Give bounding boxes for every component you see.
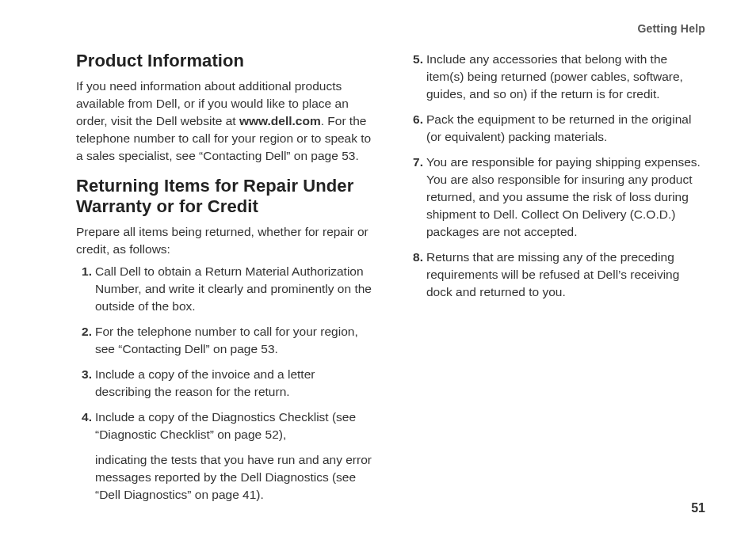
heading-product-information: Product Information <box>76 51 374 71</box>
list-item: Returns that are missing any of the prec… <box>407 249 705 301</box>
step4-continuation: indicating the tests that you have run a… <box>76 451 374 504</box>
list-item: Include a copy of the Diagnostics Checkl… <box>76 409 374 443</box>
list-item: Include any accessories that belong with… <box>407 51 705 103</box>
heading-returning-items: Returning Items for Repair Under Warrant… <box>76 176 374 217</box>
list-item: Pack the equipment to be returned in the… <box>407 111 705 146</box>
list-item: Include a copy of the invoice and a lett… <box>76 366 374 401</box>
returning-intro: Prepare all items being returned, whethe… <box>76 223 374 258</box>
product-info-paragraph: If you need information about additional… <box>76 78 374 165</box>
steps-list-part1: Call Dell to obtain a Return Material Au… <box>76 263 374 443</box>
document-page: Getting Help Product Information If you … <box>0 0 756 536</box>
text-columns: Product Information If you need informat… <box>76 51 705 506</box>
list-item: You are responsible for paying shipping … <box>407 154 705 241</box>
steps-list-part2: Include any accessories that belong with… <box>407 51 705 301</box>
list-item: Call Dell to obtain a Return Material Au… <box>76 263 374 315</box>
running-header: Getting Help <box>637 22 705 35</box>
page-number: 51 <box>691 501 705 515</box>
dell-url: www.dell.com <box>239 114 321 127</box>
list-item: For the telephone number to call for you… <box>76 323 374 358</box>
